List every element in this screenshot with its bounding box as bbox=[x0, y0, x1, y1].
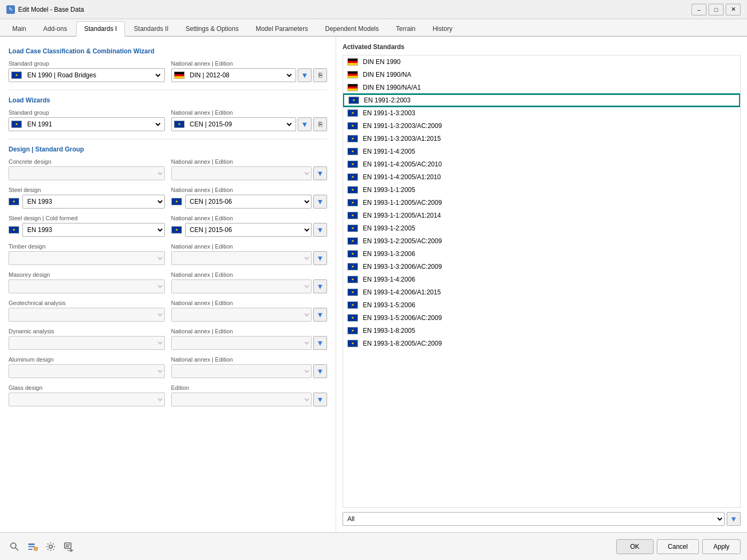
standards-list-item[interactable]: DIN EN 1990/NA/A1 bbox=[343, 81, 740, 94]
tab-model_params[interactable]: Model Parameters bbox=[248, 21, 316, 36]
design-na-select-1[interactable]: CEN | 2015-06 bbox=[185, 195, 312, 209]
design-col-left-7: Aluminum design bbox=[9, 356, 165, 378]
standards-list-item[interactable]: EN 1991-1-4:2005 bbox=[343, 145, 740, 158]
standards-list-item[interactable]: DIN EN 1990 bbox=[343, 55, 740, 68]
ok-button[interactable]: OK bbox=[616, 539, 654, 554]
minimize-button[interactable]: – bbox=[692, 4, 706, 15]
standards-list-item[interactable]: EN 1993-1-8:2005/AC:2009 bbox=[343, 337, 740, 350]
standards-list-item[interactable]: EN 1991-1-4:2005/AC:2010 bbox=[343, 158, 740, 171]
design-filter-btn-8[interactable]: ▼ bbox=[313, 393, 327, 406]
load-na-select[interactable]: CEN | 2015-09 bbox=[188, 118, 294, 130]
standard-group-select[interactable]: EN 1990 | Road Bridges bbox=[25, 69, 162, 81]
standards-list-item[interactable]: EN 1993-1-1:2005/AC:2009 bbox=[343, 196, 740, 209]
divider-2 bbox=[9, 139, 327, 139]
design-label-0: Concrete design bbox=[9, 158, 165, 165]
title-bar: ✎ Edit Model - Base Data – □ ✕ bbox=[0, 0, 747, 19]
standards-filter-button[interactable]: ▼ bbox=[727, 512, 741, 526]
std-flag-19 bbox=[347, 301, 358, 309]
design-na-label-8: Edition bbox=[171, 385, 328, 391]
design-row-0: Concrete design National annex | Edition bbox=[9, 158, 327, 180]
std-flag-22 bbox=[347, 340, 358, 347]
standards-list-item[interactable]: EN 1991-2:2003 bbox=[343, 94, 740, 107]
design-filter-btn-6[interactable]: ▼ bbox=[313, 336, 327, 350]
design-na-select-2[interactable]: CEN | 2015-06 bbox=[185, 223, 312, 237]
design-filter-btn-1[interactable]: ▼ bbox=[313, 195, 327, 209]
standards-list-item[interactable]: EN 1993-1-3:2006 bbox=[343, 247, 740, 260]
tab-dependent[interactable]: Dependent Models bbox=[317, 21, 387, 36]
design-select-3[interactable] bbox=[9, 251, 165, 265]
standard-group-select-box[interactable]: EN 1990 | Road Bridges bbox=[9, 68, 165, 82]
tab-terrain[interactable]: Terrain bbox=[388, 21, 424, 36]
edit-icon-btn[interactable] bbox=[25, 539, 41, 555]
search-icon-btn[interactable] bbox=[6, 539, 22, 555]
design-filter-btn-3[interactable]: ▼ bbox=[313, 251, 327, 265]
tab-standards1[interactable]: Standards I bbox=[76, 21, 125, 37]
tab-history[interactable]: History bbox=[425, 21, 460, 36]
design-filter-btn-0[interactable]: ▼ bbox=[313, 166, 327, 180]
copy-button-2[interactable]: ⎘ bbox=[313, 117, 327, 131]
design-select-7[interactable] bbox=[9, 364, 165, 378]
national-annex-select[interactable]: DIN | 2012-08 bbox=[188, 69, 294, 81]
design-na-select-8[interactable] bbox=[171, 393, 312, 406]
standards-list-item[interactable]: DIN EN 1990/NA bbox=[343, 68, 740, 81]
std-flag-6 bbox=[347, 135, 358, 142]
standards-list-item[interactable]: EN 1991-1-4:2005/A1:2010 bbox=[343, 171, 740, 183]
standards-list-item[interactable]: EN 1993-1-1:2005 bbox=[343, 183, 740, 196]
design-select-2[interactable]: EN 1993 bbox=[22, 223, 165, 237]
standards-list[interactable]: DIN EN 1990DIN EN 1990/NADIN EN 1990/NA/… bbox=[343, 55, 741, 508]
tab-main[interactable]: Main bbox=[4, 21, 34, 36]
std-label-4: EN 1991-1-3:2003 bbox=[363, 109, 415, 117]
load-standard-select-box[interactable]: EN 1991 bbox=[9, 117, 165, 131]
design-na-select-0[interactable] bbox=[171, 166, 312, 180]
load-na-select-box[interactable]: CEN | 2015-09 bbox=[171, 117, 297, 131]
design-select-4[interactable] bbox=[9, 279, 165, 293]
load-wizard-row: Standard group EN 1991 National annex | … bbox=[9, 109, 327, 131]
standards-list-item[interactable]: EN 1993-1-2:2005 bbox=[343, 222, 740, 235]
cancel-button[interactable]: Cancel bbox=[657, 539, 699, 554]
standards-list-item[interactable]: EN 1993-1-5:2006 bbox=[343, 299, 740, 311]
standards-list-item[interactable]: EN 1993-1-2:2005/AC:2009 bbox=[343, 235, 740, 247]
standards-list-item[interactable]: EN 1993-1-5:2006/AC:2009 bbox=[343, 311, 740, 324]
load-standard-select[interactable]: EN 1991 bbox=[25, 118, 162, 130]
settings-icon-btn[interactable] bbox=[43, 539, 59, 555]
filter-button-1[interactable]: ▼ bbox=[298, 68, 312, 82]
standards-list-item[interactable]: EN 1993-1-8:2005 bbox=[343, 324, 740, 337]
close-button[interactable]: ✕ bbox=[726, 4, 741, 15]
maximize-button[interactable]: □ bbox=[709, 4, 724, 15]
load-national-annex-col: National annex | Edition CEN | 2015-09 ▼… bbox=[171, 109, 328, 131]
design-filter-btn-4[interactable]: ▼ bbox=[313, 279, 327, 293]
national-annex-select-box[interactable]: DIN | 2012-08 bbox=[171, 68, 297, 82]
tab-addons[interactable]: Add-ons bbox=[35, 21, 75, 36]
standards-list-item[interactable]: EN 1993-1-4:2006/A1:2015 bbox=[343, 286, 740, 299]
tab-settings[interactable]: Settings & Options bbox=[178, 21, 247, 36]
std-flag-5 bbox=[347, 122, 358, 130]
std-flag-3 bbox=[348, 97, 359, 104]
design-filter-btn-2[interactable]: ▼ bbox=[313, 223, 327, 237]
design-na-select-5[interactable] bbox=[171, 308, 312, 322]
design-na-select-4[interactable] bbox=[171, 279, 312, 293]
export-icon-btn[interactable] bbox=[61, 539, 77, 555]
standards-list-item[interactable]: EN 1991-1-3:2003/AC:2009 bbox=[343, 119, 740, 132]
standards-list-item[interactable]: EN 1993-1-4:2006 bbox=[343, 273, 740, 286]
design-select-wrapper-0 bbox=[9, 166, 165, 180]
design-select-1[interactable]: EN 1993 bbox=[22, 195, 165, 209]
design-na-select-6[interactable] bbox=[171, 336, 312, 350]
design-select-0[interactable] bbox=[9, 166, 165, 180]
design-na-select-3[interactable] bbox=[171, 251, 312, 265]
apply-button[interactable]: Apply bbox=[702, 539, 741, 554]
design-filter-btn-7[interactable]: ▼ bbox=[313, 364, 327, 378]
design-na-select-7[interactable] bbox=[171, 364, 312, 378]
standards-list-item[interactable]: EN 1991-1-3:2003 bbox=[343, 107, 740, 119]
design-select-6[interactable] bbox=[9, 336, 165, 350]
design-col-right-8: Edition ▼ bbox=[171, 385, 328, 406]
design-select-8[interactable] bbox=[9, 393, 165, 406]
standards-filter-select[interactable]: All bbox=[343, 512, 725, 526]
filter-button-2[interactable]: ▼ bbox=[298, 117, 312, 131]
standards-list-item[interactable]: EN 1993-1-3:2006/AC:2009 bbox=[343, 260, 740, 273]
copy-button-1[interactable]: ⎘ bbox=[313, 68, 327, 82]
standards-list-item[interactable]: EN 1991-1-3:2003/A1:2015 bbox=[343, 132, 740, 145]
design-filter-btn-5[interactable]: ▼ bbox=[313, 308, 327, 322]
tab-standards2[interactable]: Standards II bbox=[126, 21, 177, 36]
design-select-5[interactable] bbox=[9, 308, 165, 322]
standards-list-item[interactable]: EN 1993-1-1:2005/A1:2014 bbox=[343, 209, 740, 222]
